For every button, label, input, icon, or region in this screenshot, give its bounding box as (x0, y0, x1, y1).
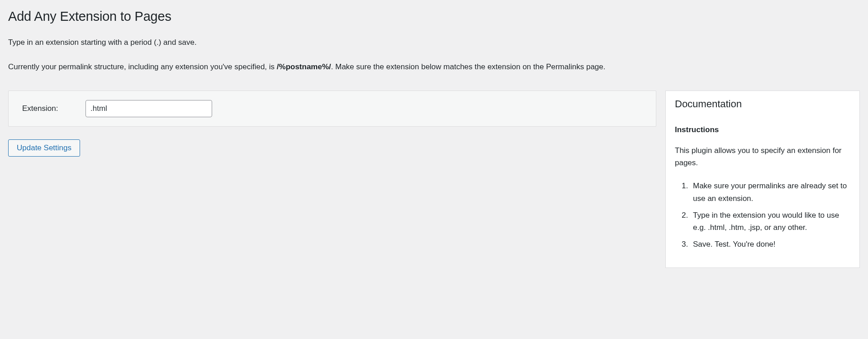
list-item: Save. Test. You're done! (690, 238, 850, 250)
extension-input[interactable] (85, 100, 212, 117)
extension-label: Extension: (22, 104, 72, 113)
permalink-info: Currently your permalink structure, incl… (8, 61, 860, 73)
content-wrap: Extension: Update Settings Documentation… (8, 91, 860, 268)
instructions-description: This plugin allows you to specify an ext… (675, 144, 850, 169)
intro-text: Type in an extension starting with a per… (8, 37, 860, 48)
permalink-prefix: Currently your permalink structure, incl… (8, 62, 277, 71)
permalink-structure-value: /%postname%/ (277, 62, 331, 71)
permalink-suffix: . Make sure the extension below matches … (331, 62, 606, 71)
documentation-title: Documentation (675, 98, 850, 110)
settings-column: Extension: Update Settings (8, 91, 656, 157)
page-title: Add Any Extension to Pages (8, 9, 860, 24)
instructions-list: Make sure your permalinks are already se… (675, 180, 850, 250)
list-item: Make sure your permalinks are already se… (690, 180, 850, 204)
documentation-panel: Documentation Instructions This plugin a… (665, 91, 860, 268)
instructions-heading: Instructions (675, 125, 850, 134)
list-item: Type in the extension you would like to … (690, 209, 850, 234)
update-settings-button[interactable]: Update Settings (8, 139, 80, 157)
extension-form-box: Extension: (8, 91, 656, 127)
